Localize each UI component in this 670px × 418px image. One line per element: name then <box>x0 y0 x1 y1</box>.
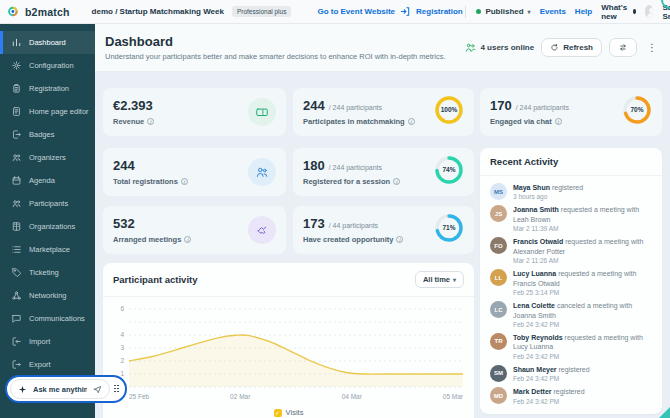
avatar: MS <box>490 183 507 200</box>
activity-action: registered <box>559 366 590 373</box>
sidebar-item-label: Export <box>29 360 51 369</box>
visits-legend-checkbox[interactable]: ✓ <box>274 409 282 417</box>
metric-card-engaged-via-chat: 170 / 244 participants Engaged via chat … <box>480 88 662 136</box>
sidebar-item-configuration[interactable]: Configuration <box>0 54 95 77</box>
svg-text:05 Mar: 05 Mar <box>443 393 464 400</box>
sidebar-item-import[interactable]: Import <box>0 330 95 353</box>
send-icon[interactable] <box>93 385 102 394</box>
info-icon[interactable]: i <box>393 178 400 185</box>
dashboard-content: Recent Activity MS Maya Shun registered … <box>95 72 670 418</box>
avatar: SM <box>490 365 507 382</box>
page-subtitle: Understand your participants better and … <box>105 52 446 61</box>
metric-value: 244 <box>113 158 135 173</box>
go-to-event-website-link[interactable]: Go to Event Website <box>317 7 395 16</box>
info-icon[interactable]: i <box>184 236 191 243</box>
info-icon[interactable]: i <box>555 118 562 125</box>
svg-text:2: 2 <box>120 357 124 364</box>
ai-input-pill[interactable] <box>10 379 110 399</box>
whats-new-button[interactable]: What's new <box>601 3 636 21</box>
sidebar-item-dashboard[interactable]: Dashboard <box>0 31 95 54</box>
sidebar-item-home-page-editor[interactable]: Home page editor <box>0 100 95 123</box>
events-link[interactable]: Events <box>540 7 566 16</box>
published-dropdown[interactable]: Published ▾ <box>476 7 530 16</box>
sidebar-item-communications[interactable]: Communications <box>0 307 95 330</box>
decorative-corner-triangle <box>659 407 670 418</box>
sidebar-item-label: Networking <box>29 291 67 300</box>
user-avatar[interactable] <box>645 5 653 18</box>
metric-suffix: / 244 participants <box>329 164 382 171</box>
import-icon <box>11 336 22 347</box>
sidebar-item-participants[interactable]: Participants <box>0 192 95 215</box>
help-link[interactable]: Help <box>575 7 592 16</box>
sidebar-item-registration[interactable]: Registration <box>0 77 95 100</box>
sidebar-item-organizations[interactable]: Organizations <box>0 215 95 238</box>
recent-activity-header: Recent Activity <box>480 148 662 176</box>
info-icon[interactable]: i <box>147 118 154 125</box>
info-icon[interactable]: i <box>408 118 415 125</box>
organizers-icon <box>11 152 22 163</box>
agenda-icon <box>11 175 22 186</box>
refresh-button[interactable]: Refresh <box>541 38 602 57</box>
marketplace-icon <box>11 244 22 255</box>
info-icon[interactable]: i <box>181 178 188 185</box>
svg-text:71%: 71% <box>442 224 455 231</box>
ticket-icon <box>255 105 269 119</box>
breadcrumb[interactable]: demo / Startup Matchmaking Week <box>92 7 224 16</box>
registration-link[interactable]: Registration <box>416 7 463 16</box>
communications-icon <box>11 313 22 324</box>
svg-text:100%: 100% <box>441 106 458 113</box>
import-icon <box>11 336 22 347</box>
home-page-editor-icon <box>11 106 22 117</box>
chevron-down-icon: ▾ <box>453 276 456 283</box>
avatar: JS <box>490 205 507 222</box>
activity-actor: Lena Colette <box>513 302 557 309</box>
drag-handle[interactable] <box>114 385 120 394</box>
main-content: Dashboard Understand your participants b… <box>95 24 670 418</box>
metric-card-revenue: €2.393 Revenue i <box>103 88 286 136</box>
activity-item: FO Francis Otwald requested a meeting wi… <box>480 232 662 264</box>
published-status-dot <box>476 9 481 14</box>
communications-icon <box>11 313 22 324</box>
time-range-label: All time <box>423 275 450 284</box>
kebab-menu-button[interactable]: ⋮ <box>644 42 660 53</box>
metric-value: 173 <box>303 216 325 231</box>
ask-me-anything-input[interactable] <box>31 384 89 395</box>
sidebar-item-badges[interactable]: Badges <box>0 123 95 146</box>
ai-assistant-widget <box>5 375 127 403</box>
swap-arrows-icon <box>618 43 628 52</box>
sidebar-item-label: Agenda <box>29 176 55 185</box>
sidebar-item-marketplace[interactable]: Marketplace <box>0 238 95 261</box>
metric-label: Participates in matchmaking <box>303 117 405 126</box>
activity-actor: Francis Otwald <box>513 238 565 245</box>
metric-label: Revenue <box>113 117 144 126</box>
sidebar-item-label: Participants <box>29 199 68 208</box>
sidebar-item-agenda[interactable]: Agenda <box>0 169 95 192</box>
registration-icon <box>11 83 22 94</box>
avatar: LL <box>490 269 507 286</box>
svg-text:4: 4 <box>120 331 124 338</box>
networking-icon <box>11 290 22 301</box>
sidebar-item-ticketing[interactable]: Ticketing <box>0 261 95 284</box>
registration-icon <box>11 83 22 94</box>
b2match-logo[interactable]: b2match <box>8 5 70 18</box>
handshake-icon <box>255 223 269 237</box>
chart-legend: ✓ Visits <box>103 408 474 417</box>
sparkle-icon <box>18 385 27 394</box>
page-title: Dashboard <box>105 34 446 49</box>
home-page-editor-icon <box>11 106 22 117</box>
activity-actor: Maya Shun <box>513 184 552 191</box>
participants-icon <box>11 198 22 209</box>
agenda-icon <box>11 175 22 186</box>
metric-card-total-registrations: 244 Total registrations i <box>103 148 286 196</box>
activity-timestamp: Mar 2 11:26 AM <box>513 257 652 264</box>
sidebar-item-export[interactable]: Export <box>0 353 95 376</box>
time-range-dropdown[interactable]: All time ▾ <box>415 271 464 288</box>
info-icon[interactable]: i <box>396 236 403 243</box>
registration-door-icon <box>400 6 411 17</box>
activity-item: MS Maya Shun registered 3 hours ago <box>480 178 662 200</box>
metric-value: 170 <box>490 98 512 113</box>
activity-timestamp: Feb 24 3:42 PM <box>513 398 585 405</box>
sidebar-item-networking[interactable]: Networking <box>0 284 95 307</box>
swap-view-button[interactable] <box>609 38 637 57</box>
sidebar-item-organizers[interactable]: Organizers <box>0 146 95 169</box>
